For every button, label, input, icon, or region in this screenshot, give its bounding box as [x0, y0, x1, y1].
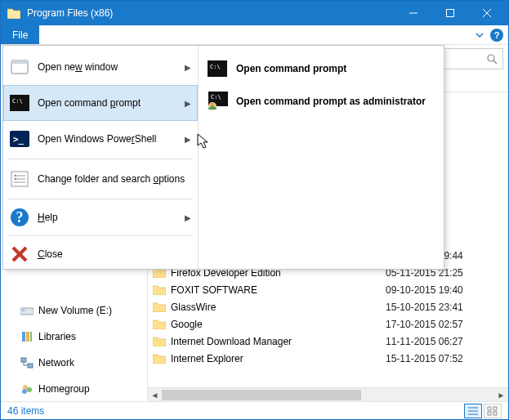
file-menu-item-label: Open Windows PowerShell: [38, 133, 176, 145]
ps-icon: >_: [10, 129, 29, 149]
folder-icon: [153, 319, 166, 330]
file-name: Internet Download Manager: [171, 336, 386, 347]
file-date: 09-10-2015 19:40: [386, 284, 508, 296]
folder-icon: [7, 7, 20, 19]
svg-rect-24: [493, 412, 497, 415]
options-icon: [10, 169, 29, 189]
file-row[interactable]: GlassWire15-10-2015 23:41: [148, 298, 508, 315]
svg-rect-7: [22, 310, 25, 311]
scroll-right-button[interactable]: ►: [494, 388, 508, 402]
submenu-arrow-icon: ▶: [185, 99, 191, 108]
svg-rect-11: [21, 358, 26, 362]
svg-point-17: [22, 389, 27, 394]
submenu-arrow-icon: ▶: [185, 213, 191, 222]
folder-icon: [153, 284, 166, 296]
file-date: 15-11-2015 07:52: [386, 353, 508, 364]
menu-separator: [8, 159, 193, 159]
nav-item-label: Network: [38, 357, 74, 369]
file-menu-primary: Open new window▶C:\Open command prompt▶>…: [3, 46, 199, 269]
file-menu-item[interactable]: >_Open Windows PowerShell▶: [3, 121, 198, 157]
submenu-arrow-icon: ▶: [185, 135, 191, 144]
submenu-item-label: Open command prompt as administrator: [236, 96, 435, 107]
libraries-icon: [20, 330, 33, 343]
file-name: GlassWire: [171, 302, 386, 313]
ribbon-expand-button[interactable]: [472, 28, 487, 42]
svg-rect-23: [488, 412, 491, 415]
file-menu-item[interactable]: Open new window▶: [3, 49, 198, 85]
close-icon: [10, 244, 29, 264]
cmd-icon: C:\: [10, 93, 29, 113]
folder-icon: [153, 353, 166, 364]
file-date: 15-10-2015 23:41: [386, 302, 508, 313]
minimize-button[interactable]: [395, 1, 431, 25]
file-menu-item[interactable]: Close: [3, 238, 198, 270]
help-button[interactable]: ?: [490, 29, 503, 42]
nav-item[interactable]: Network: [1, 354, 147, 372]
svg-rect-1: [446, 10, 453, 17]
file-menu-submenu: C:\Open command promptC:\Open command pr…: [199, 46, 444, 269]
file-row[interactable]: Internet Download Manager11-11-2015 06:2…: [148, 333, 508, 350]
file-menu: Open new window▶C:\Open command prompt▶>…: [2, 45, 444, 270]
file-menu-item-label: Open command prompt: [38, 97, 176, 109]
submenu-item[interactable]: C:\Open command prompt as administrator: [202, 85, 440, 118]
file-row[interactable]: FOXIT SOFTWARE09-10-2015 19:40: [148, 281, 508, 298]
svg-text:?: ?: [16, 209, 24, 226]
svg-rect-10: [30, 332, 32, 342]
scroll-thumb[interactable]: [162, 390, 361, 400]
submenu-item-label: Open command prompt: [236, 63, 435, 74]
title-bar: Program Files (x86): [1, 1, 508, 25]
svg-rect-26: [11, 60, 28, 64]
file-row[interactable]: Google17-10-2015 02:57: [148, 315, 508, 333]
file-menu-item[interactable]: C:\Open command prompt▶: [3, 85, 198, 121]
svg-point-36: [15, 178, 16, 180]
nav-item[interactable]: Homegroup: [1, 380, 147, 398]
svg-point-15: [23, 385, 28, 390]
horizontal-scrollbar[interactable]: ◄ ►: [148, 387, 508, 401]
drive-icon: [20, 304, 33, 317]
svg-point-46: [211, 103, 215, 107]
file-name: Google: [171, 319, 386, 330]
nav-item[interactable]: Libraries: [1, 328, 147, 346]
scroll-track[interactable]: [162, 388, 494, 402]
window-title: Program Files (x86): [27, 7, 395, 19]
maximize-button[interactable]: [431, 1, 468, 25]
thumbnails-view-button[interactable]: [484, 404, 502, 418]
menu-bar: File ?: [1, 25, 508, 45]
folder-icon: [153, 302, 166, 313]
homegroup-icon: [20, 382, 33, 395]
svg-rect-6: [20, 308, 33, 315]
status-bar: 46 items: [1, 401, 508, 419]
cmd-admin-icon: C:\: [207, 91, 228, 112]
svg-rect-12: [28, 364, 33, 368]
svg-rect-22: [493, 407, 497, 410]
file-menu-item[interactable]: ?Help▶: [3, 201, 198, 234]
menu-separator: [8, 235, 193, 236]
file-tab[interactable]: File: [1, 25, 39, 44]
file-menu-item[interactable]: Change folder and search options: [3, 161, 198, 197]
folder-icon: [153, 336, 166, 347]
file-row[interactable]: Internet Explorer15-11-2015 07:52: [148, 350, 508, 367]
file-menu-item-label: Help: [38, 212, 176, 223]
svg-rect-8: [22, 332, 25, 342]
nav-item-label: Homegroup: [38, 383, 90, 395]
svg-text:>_: >_: [13, 134, 25, 145]
close-button[interactable]: [468, 1, 505, 25]
submenu-item[interactable]: C:\Open command prompt: [202, 52, 440, 85]
svg-point-16: [27, 387, 32, 392]
file-name: Internet Explorer: [171, 353, 386, 364]
svg-point-35: [15, 175, 16, 176]
file-date: 11-11-2015 06:27: [386, 336, 508, 347]
submenu-arrow-icon: ▶: [185, 63, 191, 72]
nav-item-label: New Volume (E:): [38, 305, 112, 316]
svg-rect-9: [26, 332, 29, 342]
cmd-icon: C:\: [207, 58, 228, 79]
details-view-button[interactable]: [464, 404, 482, 418]
scroll-left-button[interactable]: ◄: [148, 388, 162, 402]
item-count: 46 items: [7, 405, 44, 417]
network-icon: [20, 356, 33, 369]
svg-point-4: [488, 55, 494, 61]
svg-text:C:\: C:\: [210, 64, 221, 70]
nav-item[interactable]: New Volume (E:): [1, 302, 147, 319]
file-name: FOXIT SOFTWARE: [171, 284, 386, 296]
svg-rect-21: [488, 407, 491, 410]
